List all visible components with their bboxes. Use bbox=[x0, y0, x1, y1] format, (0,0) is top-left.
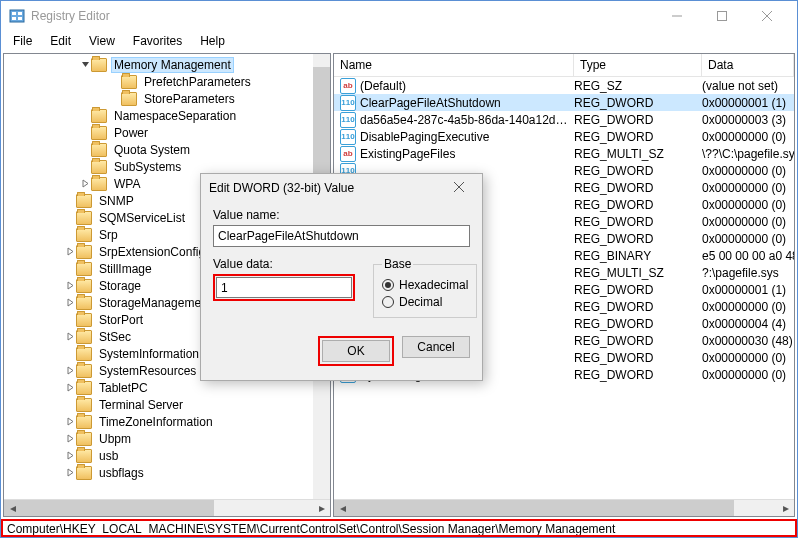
ok-button[interactable]: OK bbox=[322, 340, 390, 362]
radio-dec[interactable]: Decimal bbox=[382, 295, 468, 309]
scroll-left-icon[interactable]: ◂ bbox=[4, 500, 21, 517]
tree-item[interactable]: TabletPC bbox=[4, 379, 330, 396]
folder-icon bbox=[91, 58, 107, 72]
col-header-type[interactable]: Type bbox=[574, 54, 702, 76]
expand-icon[interactable] bbox=[64, 382, 76, 394]
col-header-data[interactable]: Data bbox=[702, 54, 794, 76]
minimize-button[interactable] bbox=[654, 1, 699, 31]
address-bar[interactable]: Computer\HKEY_LOCAL_MACHINE\SYSTEM\Curre… bbox=[1, 519, 797, 537]
cell-name: ClearPageFileAtShutdown bbox=[360, 96, 574, 110]
value-data-label: Value data: bbox=[213, 257, 355, 271]
tree-label: StorageManagement bbox=[96, 295, 214, 311]
tree-item[interactable]: Memory Management bbox=[4, 56, 330, 73]
tree-label: Terminal Server bbox=[96, 397, 186, 413]
folder-icon bbox=[76, 228, 92, 242]
menu-view[interactable]: View bbox=[81, 32, 123, 50]
cell-data: 0x00000001 (1) bbox=[702, 283, 794, 297]
spacer bbox=[64, 195, 76, 207]
cell-type: REG_BINARY bbox=[574, 249, 702, 263]
cell-data: \??\C:\pagefile.sys bbox=[702, 147, 794, 161]
expand-icon[interactable] bbox=[64, 246, 76, 258]
menu-file[interactable]: File bbox=[5, 32, 40, 50]
folder-icon bbox=[76, 279, 92, 293]
cell-name: (Default) bbox=[360, 79, 574, 93]
scroll-left-icon[interactable]: ◂ bbox=[334, 500, 351, 517]
expand-icon[interactable] bbox=[64, 467, 76, 479]
list-row[interactable]: ab(Default)REG_SZ(value not set) bbox=[334, 77, 794, 94]
dialog-title: Edit DWORD (32-bit) Value bbox=[209, 181, 444, 195]
expand-icon[interactable] bbox=[64, 433, 76, 445]
base-label: Base bbox=[382, 257, 413, 271]
folder-icon bbox=[91, 126, 107, 140]
tree-label: Ubpm bbox=[96, 431, 134, 447]
expand-icon[interactable] bbox=[64, 331, 76, 343]
maximize-button[interactable] bbox=[699, 1, 744, 31]
expand-icon[interactable] bbox=[64, 416, 76, 428]
tree-label: usbflags bbox=[96, 465, 147, 481]
list-hscroll[interactable]: ◂ ▸ bbox=[334, 499, 794, 516]
svg-rect-2 bbox=[18, 12, 22, 15]
tree-item[interactable]: usbflags bbox=[4, 464, 330, 481]
list-row[interactable]: abExistingPageFilesREG_MULTI_SZ\??\C:\pa… bbox=[334, 145, 794, 162]
menu-favorites[interactable]: Favorites bbox=[125, 32, 190, 50]
tree-item[interactable]: Quota System bbox=[4, 141, 330, 158]
dialog-close-button[interactable] bbox=[444, 181, 474, 195]
list-row[interactable]: 110da56a5e4-287c-4a5b-86da-140a12d814cdR… bbox=[334, 111, 794, 128]
tree-item[interactable]: Ubpm bbox=[4, 430, 330, 447]
tree-item[interactable]: TimeZoneInformation bbox=[4, 413, 330, 430]
tree-label: usb bbox=[96, 448, 121, 464]
cell-data: 0x00000004 (4) bbox=[702, 317, 794, 331]
scroll-thumb[interactable] bbox=[4, 500, 214, 517]
tree-label: StillImage bbox=[96, 261, 155, 277]
folder-icon bbox=[121, 92, 137, 106]
spacer bbox=[64, 212, 76, 224]
value-name-input[interactable] bbox=[213, 225, 470, 247]
folder-icon bbox=[76, 398, 92, 412]
folder-icon bbox=[76, 466, 92, 480]
expand-icon[interactable] bbox=[64, 280, 76, 292]
tree-label: SQMServiceList bbox=[96, 210, 188, 226]
cancel-button[interactable]: Cancel bbox=[402, 336, 470, 358]
expand-icon[interactable] bbox=[64, 450, 76, 462]
scroll-thumb[interactable] bbox=[334, 500, 734, 517]
value-data-input[interactable] bbox=[216, 277, 352, 298]
menu-help[interactable]: Help bbox=[192, 32, 233, 50]
scroll-right-icon[interactable]: ▸ bbox=[313, 500, 330, 517]
tree-item[interactable]: NamespaceSeparation bbox=[4, 107, 330, 124]
expand-icon[interactable] bbox=[64, 297, 76, 309]
folder-icon bbox=[76, 313, 92, 327]
spacer bbox=[79, 144, 91, 156]
expand-icon[interactable] bbox=[79, 178, 91, 190]
tree-label: Storage bbox=[96, 278, 144, 294]
expand-icon[interactable] bbox=[64, 365, 76, 377]
scroll-right-icon[interactable]: ▸ bbox=[777, 500, 794, 517]
cell-type: REG_DWORD bbox=[574, 198, 702, 212]
expand-icon[interactable] bbox=[79, 59, 91, 71]
tree-item[interactable]: usb bbox=[4, 447, 330, 464]
tree-item[interactable]: StoreParameters bbox=[4, 90, 330, 107]
cell-data: 0x00000003 (3) bbox=[702, 113, 794, 127]
folder-icon bbox=[76, 432, 92, 446]
tree-hscroll[interactable]: ◂ ▸ bbox=[4, 499, 330, 516]
col-header-name[interactable]: Name bbox=[334, 54, 574, 76]
close-button[interactable] bbox=[744, 1, 789, 31]
tree-item[interactable]: Power bbox=[4, 124, 330, 141]
cell-type: REG_DWORD bbox=[574, 181, 702, 195]
list-row[interactable]: 110ClearPageFileAtShutdownREG_DWORD0x000… bbox=[334, 94, 794, 111]
cell-type: REG_DWORD bbox=[574, 164, 702, 178]
tree-item[interactable]: PrefetchParameters bbox=[4, 73, 330, 90]
folder-icon bbox=[91, 177, 107, 191]
spacer bbox=[109, 93, 121, 105]
tree-label: NamespaceSeparation bbox=[111, 108, 239, 124]
spacer bbox=[79, 127, 91, 139]
list-row[interactable]: 110DisablePagingExecutiveREG_DWORD0x0000… bbox=[334, 128, 794, 145]
spacer bbox=[64, 263, 76, 275]
cell-data: 0x00000000 (0) bbox=[702, 351, 794, 365]
tree-item[interactable]: Terminal Server bbox=[4, 396, 330, 413]
radio-hex[interactable]: Hexadecimal bbox=[382, 278, 468, 292]
menu-edit[interactable]: Edit bbox=[42, 32, 79, 50]
folder-icon bbox=[76, 449, 92, 463]
spacer bbox=[109, 76, 121, 88]
cell-data: 0x00000000 (0) bbox=[702, 164, 794, 178]
tree-label: Quota System bbox=[111, 142, 193, 158]
